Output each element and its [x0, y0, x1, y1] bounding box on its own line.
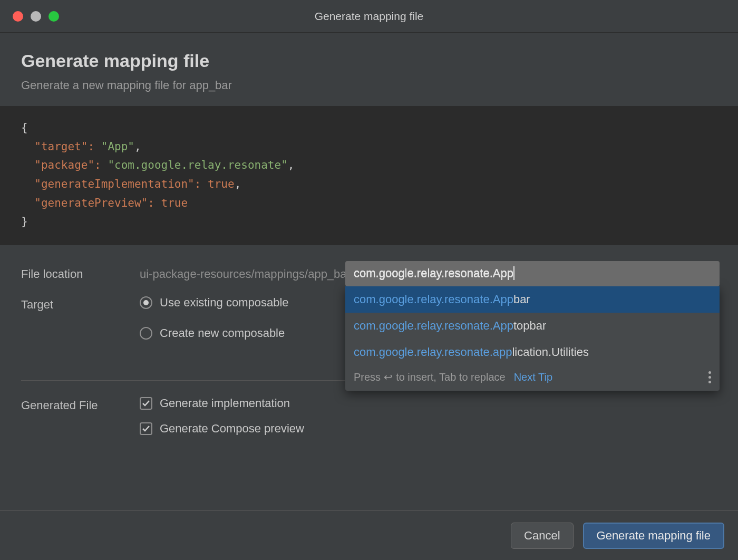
autocomplete-item[interactable]: com.google.relay.resonate.Apptopbar [345, 313, 720, 339]
checkbox-generate-implementation[interactable]: Generate implementation [140, 397, 304, 410]
radio-icon [140, 327, 152, 340]
page-title: Generate mapping file [21, 51, 717, 71]
checkbox-preview-label: Generate Compose preview [160, 422, 304, 436]
close-window-button[interactable] [13, 11, 23, 22]
generated-file-group: Generate implementation Generate Compose… [140, 397, 304, 436]
file-location-value: ui-package-resources/mappings/app_bar.js… [140, 265, 374, 281]
checkbox-impl-label: Generate implementation [160, 397, 290, 410]
autocomplete-rest: bar [513, 293, 530, 306]
radio-create-new-label: Create new composable [160, 326, 285, 340]
target-input-display: com.google.relay.resonate.App [354, 266, 514, 280]
autocomplete-rest: lication.Utilities [512, 345, 589, 359]
generated-file-label: Generated File [21, 397, 140, 412]
cancel-button[interactable]: Cancel [511, 523, 573, 549]
json-val-package: "com.google.relay.resonate" [108, 159, 287, 171]
window-controls [0, 11, 59, 22]
autocomplete-item[interactable]: com.google.relay.resonate.Appbar [345, 286, 720, 313]
hint-prefix: Press [354, 371, 381, 383]
maximize-window-button[interactable] [48, 11, 59, 22]
file-location-label: File location [21, 265, 140, 281]
json-val-target: "App" [101, 140, 134, 153]
json-preview: { "target": "App", "package": "com.googl… [0, 106, 738, 245]
radio-use-existing[interactable]: Use existing composable [140, 296, 289, 310]
generate-button[interactable]: Generate mapping file [583, 523, 724, 549]
autocomplete-match: com.google.relay.resonate.App [354, 293, 513, 306]
dialog-header: Generate mapping file Generate a new map… [0, 33, 738, 106]
radio-icon [140, 296, 152, 309]
target-label: Target [21, 296, 140, 312]
autocomplete-rest: topbar [513, 319, 546, 332]
window-title: Generate mapping file [0, 10, 738, 23]
checkbox-icon [140, 397, 152, 410]
json-key-genprev: "generatePreview" [34, 197, 148, 209]
json-key-genimpl: "generateImplementation" [34, 178, 194, 190]
page-subtitle: Generate a new mapping file for app_bar [21, 79, 717, 92]
checkbox-generate-preview[interactable]: Generate Compose preview [140, 422, 304, 436]
json-key-target: "target" [34, 140, 88, 153]
form-area: File location ui-package-resources/mappi… [0, 245, 738, 436]
target-radio-group: Use existing composable Create new compo… [140, 296, 289, 340]
checkbox-icon [140, 422, 152, 435]
hint-mid: to insert, Tab to replace [396, 371, 506, 383]
radio-create-new[interactable]: Create new composable [140, 326, 289, 340]
minimize-window-button[interactable] [31, 11, 41, 22]
next-tip-link[interactable]: Next Tip [514, 371, 552, 383]
json-key-package: "package" [34, 159, 94, 171]
json-val-genprev: true [161, 197, 188, 209]
autocomplete-item[interactable]: com.google.relay.resonate.application.Ut… [345, 339, 720, 365]
autocomplete-popup: com.google.relay.resonate.Appbar com.goo… [345, 286, 720, 391]
kebab-menu-icon[interactable] [708, 371, 711, 383]
radio-use-existing-label: Use existing composable [160, 296, 289, 310]
autocomplete-footer: Press ↩ to insert, Tab to replace Next T… [345, 365, 720, 391]
json-val-genimpl: true [208, 178, 235, 190]
autocomplete-match: com.google.relay.resonate.App [354, 319, 513, 332]
row-generated-file: Generated File Generate implementation G… [21, 397, 717, 436]
dialog-footer: Cancel Generate mapping file [0, 510, 738, 560]
autocomplete-match: com.google.relay.resonate.app [354, 345, 512, 359]
text-caret-icon [513, 266, 514, 280]
enter-key-icon: ↩ [384, 371, 393, 383]
target-field-wrap: com.google.relay.resonate.App com.google… [345, 261, 720, 391]
titlebar: Generate mapping file [0, 0, 738, 33]
